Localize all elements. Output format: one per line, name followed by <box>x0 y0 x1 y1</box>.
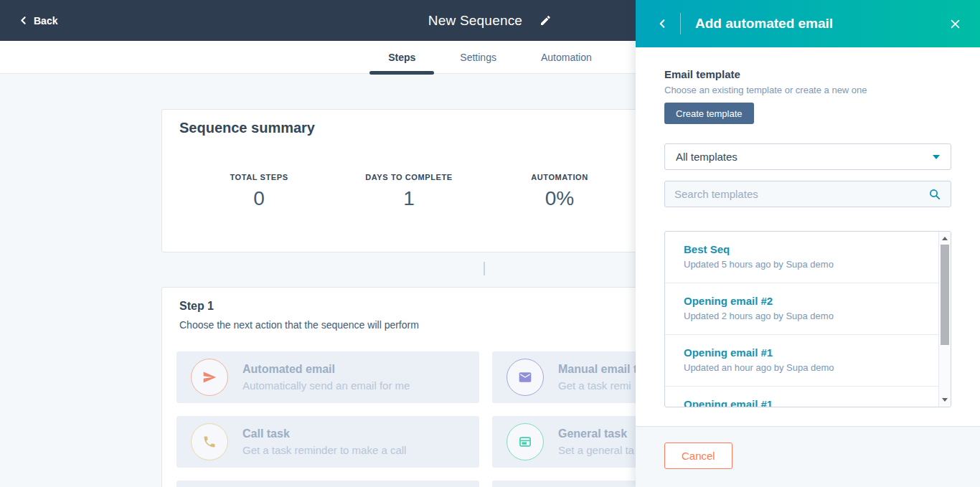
search-templates-field <box>664 181 951 207</box>
action-text: Automated email Automatically send an em… <box>242 363 410 392</box>
template-filter-select[interactable]: All templates <box>664 143 951 170</box>
action-title: General task <box>558 427 634 440</box>
list-scrollbar[interactable] <box>938 232 951 407</box>
template-item-opening-email-1b[interactable]: Opening email #1 <box>665 387 951 407</box>
action-desc: Set a general ta <box>558 444 634 456</box>
template-name: Best Seq <box>684 243 929 255</box>
action-desc: Get a task reminder to make a call <box>242 444 406 456</box>
stat-value: 1 <box>365 187 452 210</box>
stat-automation: AUTOMATION 0% <box>531 173 588 210</box>
template-item-opening-email-2[interactable]: Opening email #2 Updated 2 hours ago by … <box>665 283 951 335</box>
chevron-left-icon <box>19 16 28 25</box>
template-name: Opening email #1 <box>684 398 929 407</box>
template-name: Opening email #1 <box>684 346 929 359</box>
search-templates-input[interactable] <box>674 188 928 200</box>
back-label: Back <box>34 15 57 27</box>
action-title: Call task <box>242 427 406 440</box>
email-template-heading: Email template <box>664 68 740 80</box>
tab-settings[interactable]: Settings <box>441 41 515 74</box>
action-text: Manual email t Get a task remi <box>558 363 637 392</box>
cancel-button[interactable]: Cancel <box>664 443 732 469</box>
scroll-up-arrow-icon[interactable] <box>942 237 948 240</box>
template-name: Opening email #2 <box>684 295 929 307</box>
phone-icon <box>191 423 228 460</box>
back-button[interactable]: Back <box>19 0 57 41</box>
summary-title: Sequence summary <box>179 120 315 136</box>
stat-days-to-complete: DAYS TO COMPLETE 1 <box>365 173 452 210</box>
step-connector-line <box>484 262 485 275</box>
stat-label: DAYS TO COMPLETE <box>365 173 452 181</box>
create-template-button[interactable]: Create template <box>664 103 754 124</box>
template-list: Best Seq Updated 5 hours ago by Supa dem… <box>664 231 951 407</box>
panel-footer: Cancel <box>636 426 980 487</box>
template-item-opening-email-1[interactable]: Opening email #1 Updated an hour ago by … <box>665 335 951 387</box>
panel-header: Add automated email <box>636 0 980 47</box>
action-text: General task Set a general ta <box>558 427 634 456</box>
task-icon <box>507 423 544 460</box>
scroll-down-arrow-icon[interactable] <box>942 398 948 402</box>
tab-steps[interactable]: Steps <box>369 41 434 74</box>
template-meta: Updated an hour ago by Supa demo <box>684 362 929 373</box>
action-tile-automated-email[interactable]: Automated email Automatically send an em… <box>176 351 479 403</box>
chevron-left-icon <box>657 19 667 29</box>
template-meta: Updated 5 hours ago by Supa demo <box>684 259 929 270</box>
selected-filter-value: All templates <box>676 151 738 163</box>
action-tile-call-task[interactable]: Call task Get a task reminder to make a … <box>176 416 479 468</box>
panel-back-button[interactable] <box>657 19 667 29</box>
close-icon <box>949 18 961 30</box>
panel-close-button[interactable] <box>949 18 961 30</box>
tab-label: Steps <box>388 52 415 63</box>
add-automated-email-panel: Add automated email Email template Choos… <box>636 0 980 487</box>
stat-label: TOTAL STEPS <box>230 173 288 181</box>
stat-label: AUTOMATION <box>531 173 588 181</box>
action-title: Automated email <box>242 363 410 376</box>
stat-value: 0% <box>531 187 588 210</box>
action-tile-hidden-left[interactable] <box>176 481 479 487</box>
step-title: Step 1 <box>179 300 214 313</box>
paper-plane-icon <box>191 359 228 396</box>
action-desc: Automatically send an email for me <box>242 379 410 392</box>
edit-pencil-icon[interactable] <box>540 14 552 27</box>
action-desc: Get a task remi <box>558 379 637 392</box>
template-item-best-seq[interactable]: Best Seq Updated 5 hours ago by Supa dem… <box>665 232 951 283</box>
sequence-title-group: New Sequence <box>428 0 552 41</box>
stat-value: 0 <box>230 187 288 210</box>
tab-label: Settings <box>460 52 496 63</box>
envelope-icon <box>507 359 544 396</box>
page-title: New Sequence <box>428 13 522 29</box>
template-meta: Updated 2 hours ago by Supa demo <box>684 311 929 321</box>
action-title: Manual email t <box>558 363 637 376</box>
panel-title: Add automated email <box>695 16 833 32</box>
email-template-description: Choose an existing template or create a … <box>664 85 867 95</box>
chevron-down-icon <box>933 155 940 159</box>
header-divider <box>680 13 681 34</box>
tab-label: Automation <box>541 52 592 63</box>
step-subtitle: Choose the next action that the sequence… <box>179 319 419 331</box>
tab-automation[interactable]: Automation <box>522 41 611 74</box>
stat-total-steps: TOTAL STEPS 0 <box>230 173 288 210</box>
action-text: Call task Get a task reminder to make a … <box>242 427 406 456</box>
scrollbar-thumb[interactable] <box>941 245 949 345</box>
search-icon[interactable] <box>928 188 941 201</box>
